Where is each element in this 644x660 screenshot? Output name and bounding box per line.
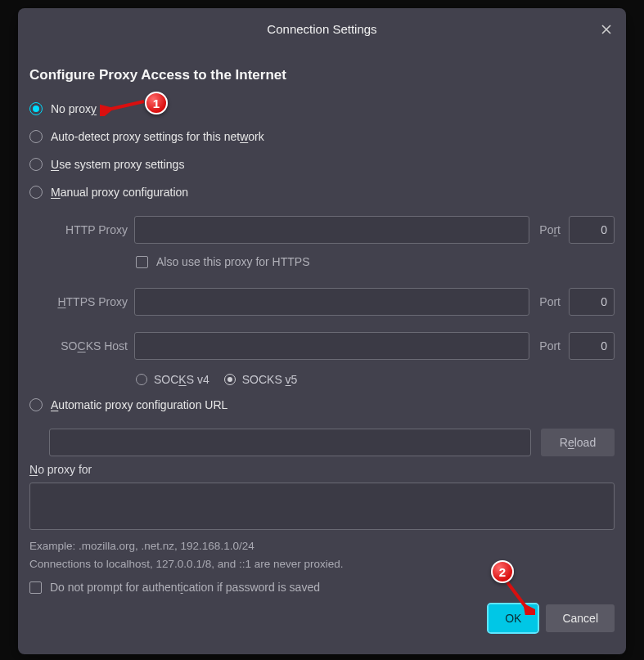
radio-icon — [29, 102, 43, 115]
radio-icon — [29, 398, 43, 411]
radio-manual-proxy[interactable]: Manual proxy configuration — [29, 178, 615, 206]
radio-socks-v5[interactable]: SOCKS v5 — [224, 373, 298, 386]
port-label: Port — [536, 339, 562, 352]
localhost-hint: Connections to localhost, 127.0.0.1/8, a… — [29, 555, 615, 573]
socks-host-input[interactable] — [134, 332, 529, 360]
reload-button[interactable]: Reload — [541, 429, 615, 456]
no-proxy-for-textarea[interactable] — [29, 483, 615, 530]
dialog-title: Connection Settings — [267, 22, 376, 36]
close-button[interactable] — [595, 18, 618, 41]
http-proxy-label: HTTP Proxy — [49, 223, 128, 236]
checkbox-label: Also use this proxy for HTTPS — [156, 255, 310, 268]
annotation-badge-2: 2 — [491, 560, 514, 583]
no-proxy-for-label: No proxy for — [29, 463, 615, 476]
radio-label: Manual proxy configuration — [51, 186, 188, 199]
pac-url-row: Reload — [49, 429, 615, 456]
checkbox-icon — [136, 256, 148, 268]
radio-auto-detect[interactable]: Auto-detect proxy settings for this netw… — [29, 123, 615, 150]
radio-icon — [224, 374, 236, 385]
annotation-arrow-2 — [502, 579, 535, 615]
http-proxy-row: HTTP Proxy Port — [49, 216, 615, 244]
socks-host-label: SOCKS Host — [49, 339, 128, 352]
radio-pac-url[interactable]: Automatic proxy configuration URL — [29, 391, 615, 419]
socks-version-row: SOCKS v4 SOCKS v5 — [136, 365, 615, 391]
radio-label: SOCKS v5 — [242, 373, 298, 386]
close-icon — [601, 24, 612, 35]
socks-port-input[interactable] — [569, 332, 615, 360]
radio-icon — [136, 374, 147, 385]
port-label: Port — [536, 223, 562, 236]
manual-config-block: HTTP Proxy Port Also use this proxy for … — [29, 216, 615, 391]
socks-host-row: SOCKS Host Port — [49, 332, 615, 360]
https-proxy-row: HTTPS Proxy Port — [49, 288, 615, 316]
checkbox-icon — [29, 581, 42, 594]
http-proxy-input[interactable] — [134, 216, 529, 244]
dialog-body: Configure Proxy Access to the Internet N… — [18, 49, 626, 595]
radio-icon — [29, 158, 43, 171]
https-port-input[interactable] — [569, 288, 615, 316]
radio-label: SOCKS v4 — [154, 373, 209, 386]
annotation-arrow-1 — [100, 97, 147, 116]
radio-label: Auto-detect proxy settings for this netw… — [51, 130, 264, 143]
radio-label: Use system proxy settings — [51, 158, 184, 171]
checkbox-label: Do not prompt for authentication if pass… — [50, 581, 320, 594]
cancel-button[interactable]: Cancel — [546, 604, 615, 632]
section-heading: Configure Proxy Access to the Internet — [29, 67, 615, 83]
http-port-input[interactable] — [569, 216, 615, 244]
example-hint: Example: .mozilla.org, .net.nz, 192.168.… — [29, 537, 615, 555]
https-proxy-label: HTTPS Proxy — [49, 295, 128, 308]
https-proxy-input[interactable] — [134, 288, 529, 316]
also-use-https-row[interactable]: Also use this proxy for HTTPS — [136, 249, 615, 272]
radio-icon — [29, 130, 43, 143]
dialog-header: Connection Settings — [18, 8, 626, 49]
radio-label: No proxy — [51, 102, 97, 115]
radio-socks-v4[interactable]: SOCKS v4 — [136, 373, 209, 386]
port-label: Port — [536, 295, 562, 308]
radio-label: Automatic proxy configuration URL — [51, 398, 227, 411]
annotation-badge-1: 1 — [145, 92, 168, 114]
radio-icon — [29, 186, 43, 199]
radio-system-proxy[interactable]: Use system proxy settings — [29, 150, 615, 178]
pac-url-input[interactable] — [49, 429, 531, 456]
